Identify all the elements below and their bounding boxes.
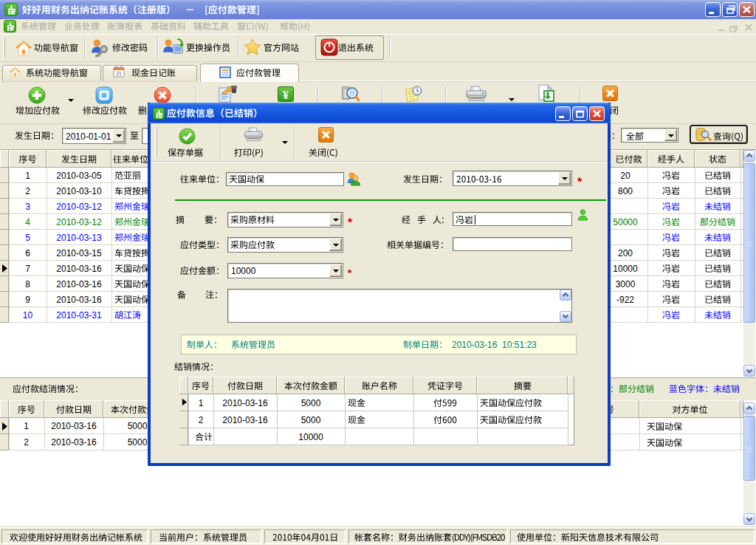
svg-text:¥: ¥ — [283, 89, 289, 101]
svg-text:21: 21 — [116, 71, 122, 76]
